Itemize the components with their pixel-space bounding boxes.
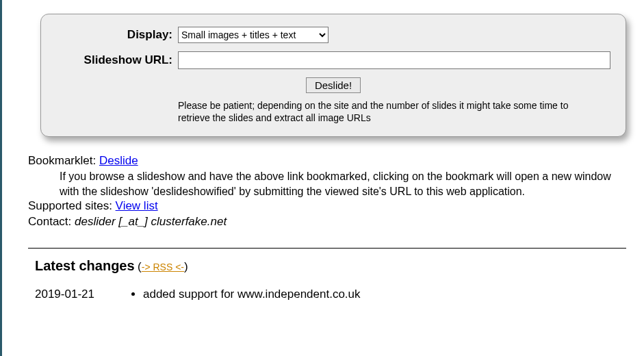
display-label: Display: bbox=[56, 28, 178, 42]
contact-email: deslider [_at_] clusterfake.net bbox=[75, 215, 227, 228]
latest-changes-heading: Latest changes bbox=[35, 258, 135, 273]
slideshow-url-input[interactable] bbox=[178, 51, 610, 69]
display-row: Display: Small images + titles + text bbox=[56, 27, 610, 43]
change-date: 2019-01-21 bbox=[35, 288, 131, 301]
patience-note: Please be patient; depending on the site… bbox=[178, 100, 583, 124]
bookmarklet-label: Bookmarklet: bbox=[28, 154, 96, 167]
contact-line: Contact: deslider [_at_] clusterfake.net bbox=[28, 214, 626, 230]
info-section: Bookmarklet: Deslide If you browse a sli… bbox=[28, 153, 626, 230]
bookmarklet-line: Bookmarklet: Deslide bbox=[28, 153, 626, 169]
change-bullet-list: added support for www.independent.co.uk bbox=[131, 288, 361, 301]
supported-label: Supported sites: bbox=[28, 199, 112, 212]
deslide-form-panel: Display: Small images + titles + text Sl… bbox=[40, 14, 626, 137]
display-select[interactable]: Small images + titles + text bbox=[178, 27, 329, 43]
latest-changes-section: Latest changes (-> RSS <-) 2019-01-21 ad… bbox=[28, 258, 626, 301]
supported-line: Supported sites: View list bbox=[28, 199, 626, 214]
section-divider bbox=[28, 248, 626, 249]
change-bullet-item: added support for www.independent.co.uk bbox=[143, 288, 361, 301]
bookmarklet-description: If you browse a slideshow and have the a… bbox=[60, 169, 626, 199]
supported-sites-link[interactable]: View list bbox=[116, 199, 158, 212]
url-row: Slideshow URL: bbox=[56, 51, 610, 69]
change-entry-row: 2019-01-21 added support for www.indepen… bbox=[35, 288, 626, 301]
bookmarklet-link[interactable]: Deslide bbox=[99, 154, 138, 167]
contact-label: Contact: bbox=[28, 215, 71, 228]
rss-link[interactable]: -> RSS <- bbox=[142, 262, 184, 272]
url-label: Slideshow URL: bbox=[56, 53, 178, 67]
deslide-submit-button[interactable]: Deslide! bbox=[306, 77, 361, 93]
